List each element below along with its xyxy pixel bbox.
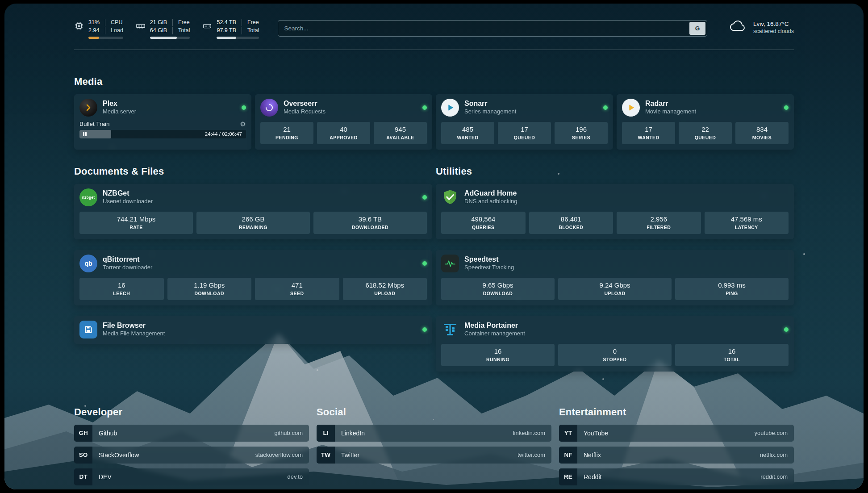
- stat-upload: 9.24 GbpsUPLOAD: [558, 278, 672, 300]
- service-card-filebrowser[interactable]: File Browser Media File Management: [74, 316, 432, 344]
- service-name: Plex: [103, 100, 136, 108]
- cloud-icon: [728, 20, 747, 35]
- top-bar: 31% CPU 2.94 Load 21 GiB Free 64: [74, 19, 794, 39]
- bookmark-abbr: YT: [559, 425, 577, 442]
- bookmark-name: DEV: [99, 473, 112, 480]
- weather-widget[interactable]: Lviv, 16.87°C scattered clouds: [728, 20, 794, 35]
- filebrowser-icon: [79, 321, 97, 338]
- stat-series: 196SERIES: [555, 122, 608, 144]
- stat-downloaded: 39.6 TBDOWNLOADED: [313, 212, 427, 234]
- playback-progress-bar[interactable]: 24:44 / 02:06:47: [79, 130, 246, 138]
- qbittorrent-icon: qb: [79, 255, 97, 272]
- disk-total-label: Total: [242, 27, 259, 34]
- bookmark-stackoverflow[interactable]: SO StackOverflow stackoverflow.com: [74, 447, 309, 464]
- service-card-qbittorrent[interactable]: qb qBittorrent Torrent downloader 16LEEC…: [74, 250, 432, 305]
- section-media: Media Plex Media server: [74, 76, 794, 150]
- service-name: NZBGet: [103, 189, 153, 197]
- cpu-load-value: 2.94: [88, 27, 105, 34]
- stat-remaining: 266 GBREMAINING: [196, 212, 310, 234]
- service-name: Sonarr: [464, 100, 516, 108]
- service-card-portainer[interactable]: Media Portainer Container management 16R…: [436, 316, 794, 372]
- ram-total-value: 64 GiB: [150, 27, 172, 34]
- stat-seed: 471SEED: [255, 278, 339, 300]
- bookmark-group-social: Social LI LinkedIn linkedin.com TW Twitt…: [317, 406, 551, 485]
- bookmark-name: LinkedIn: [341, 430, 365, 437]
- service-name: qBittorrent: [103, 255, 152, 263]
- service-card-sonarr[interactable]: Sonarr Series management 485WANTED 17QUE…: [436, 94, 613, 150]
- bookmark-github[interactable]: GH Github github.com: [74, 425, 309, 442]
- section-title-documents: Documents & Files: [74, 166, 432, 177]
- bookmark-url: reddit.com: [760, 473, 788, 480]
- memory-widget: 21 GiB Free 64 GiB Total: [136, 19, 190, 39]
- bookmark-abbr: NF: [559, 447, 577, 464]
- section-title-media: Media: [74, 76, 794, 88]
- service-card-plex[interactable]: Plex Media server Bullet Train ⚙ 24:44 /…: [74, 94, 251, 150]
- bookmark-netflix[interactable]: NF Netflix netflix.com: [559, 447, 794, 464]
- portainer-crane-icon: [441, 321, 459, 338]
- bookmark-name: Github: [99, 430, 117, 437]
- service-subtitle: Movie management: [645, 109, 696, 115]
- disk-icon: [202, 21, 212, 33]
- bookmark-url: stackoverflow.com: [255, 451, 303, 458]
- bookmark-url: netflix.com: [760, 451, 788, 458]
- service-subtitle: Media File Management: [103, 330, 165, 337]
- service-name: File Browser: [103, 322, 165, 330]
- bookmark-group-entertainment: Entertainment YT YouTube youtube.com NF …: [559, 406, 794, 485]
- bookmark-dev[interactable]: DT DEV dev.to: [74, 468, 309, 485]
- status-indicator: [422, 105, 427, 110]
- disk-free-value: 52.4 TB: [217, 19, 242, 26]
- service-subtitle: Series management: [464, 109, 516, 115]
- search-provider-button[interactable]: G: [689, 22, 705, 35]
- now-playing-title: Bullet Train: [79, 121, 110, 127]
- service-card-nzbget[interactable]: nzbget NZBGet Usenet downloader 744.21 M…: [74, 184, 432, 239]
- service-card-adguard[interactable]: AdGuard Home DNS and adblocking 498,564Q…: [436, 184, 794, 239]
- service-name: Speedtest: [464, 255, 514, 263]
- bookmark-youtube[interactable]: YT YouTube youtube.com: [559, 425, 794, 442]
- stat-wanted: 485WANTED: [441, 122, 494, 144]
- cpu-widget: 31% CPU 2.94 Load: [74, 19, 123, 39]
- stat-total: 16TOTAL: [675, 344, 789, 366]
- stat-queued: 22QUEUED: [679, 122, 732, 144]
- section-title-utilities: Utilities: [436, 166, 794, 177]
- bookmark-twitter[interactable]: TW Twitter twitter.com: [317, 447, 551, 464]
- stat-download: 1.19 GbpsDOWNLOAD: [167, 278, 252, 300]
- search-input[interactable]: [280, 25, 689, 32]
- settings-gear-icon[interactable]: ⚙: [240, 121, 246, 127]
- stat-approved: 40APPROVED: [317, 122, 370, 144]
- stat-movies: 834MOVIES: [735, 122, 789, 144]
- bookmark-abbr: GH: [74, 425, 92, 442]
- status-indicator: [603, 105, 608, 110]
- disk-usage-bar: [217, 37, 259, 39]
- bookmark-url: twitter.com: [517, 451, 545, 458]
- ram-free-label: Free: [172, 19, 190, 26]
- pause-icon[interactable]: [83, 132, 87, 136]
- service-subtitle: Usenet downloader: [103, 198, 153, 205]
- adguard-shield-icon: [441, 188, 459, 206]
- service-card-radarr[interactable]: Radarr Movie management 17WANTED 22QUEUE…: [617, 94, 794, 150]
- stat-wanted: 17WANTED: [622, 122, 675, 144]
- stat-queries: 498,564QUERIES: [441, 212, 526, 234]
- bookmark-linkedin[interactable]: LI LinkedIn linkedin.com: [317, 425, 551, 442]
- service-subtitle: Media server: [103, 109, 136, 115]
- service-subtitle: DNS and adblocking: [464, 198, 517, 205]
- ram-usage-bar: [150, 37, 190, 39]
- bookmark-abbr: SO: [74, 447, 92, 464]
- section-title-social: Social: [317, 406, 551, 418]
- disk-total-value: 97.9 TB: [217, 27, 242, 34]
- bookmark-reddit[interactable]: RE Reddit reddit.com: [559, 468, 794, 485]
- status-indicator: [422, 327, 427, 332]
- playback-time: 24:44 / 02:06:47: [205, 131, 242, 137]
- status-indicator: [784, 327, 789, 332]
- ram-icon: [136, 21, 146, 33]
- bookmark-name: StackOverflow: [99, 451, 139, 459]
- weather-condition: scattered clouds: [753, 28, 794, 34]
- bookmark-name: Reddit: [584, 473, 601, 480]
- service-card-overseerr[interactable]: Overseerr Media Requests 21PENDING 40APP…: [255, 94, 432, 150]
- service-name: AdGuard Home: [464, 189, 517, 197]
- service-card-speedtest[interactable]: Speedtest Speedtest Tracking 9.65 GbpsDO…: [436, 250, 794, 305]
- section-title-developer: Developer: [74, 406, 309, 418]
- bookmark-name: Netflix: [584, 451, 601, 459]
- service-name: Media Portainer: [464, 322, 525, 330]
- overseerr-icon: [260, 99, 278, 117]
- bookmark-abbr: TW: [317, 447, 335, 464]
